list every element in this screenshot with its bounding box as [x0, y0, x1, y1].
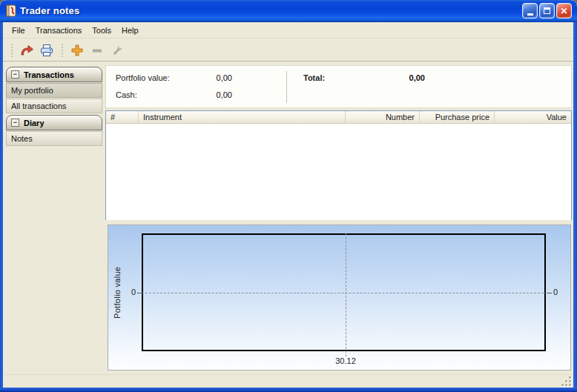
sidebar-item-all-transactions[interactable]: All transactions [6, 99, 102, 113]
maximize-button[interactable] [539, 3, 555, 19]
collapse-icon[interactable]: − [11, 70, 19, 79]
sidebar-item-notes[interactable]: Notes [6, 131, 102, 146]
gray-wrench-icon [110, 43, 125, 58]
portfolio-table: # Instrument Number Purchase price Value [105, 110, 572, 220]
maximize-icon [544, 7, 550, 14]
window-border-right [573, 22, 577, 392]
window-border-bottom [0, 388, 577, 392]
sidebar: − Transactions My portfolio All transact… [6, 65, 102, 146]
orange-plus-icon [70, 43, 85, 58]
column-header-value[interactable]: Value [495, 111, 571, 123]
status-bar [3, 374, 573, 388]
y-axis-tick-right: 0 [553, 288, 558, 296]
minimize-icon [527, 13, 533, 16]
toolbar-gripper[interactable] [61, 44, 63, 57]
app-notebook-icon [5, 4, 18, 18]
y-axis-label: Potfolio value [113, 252, 123, 333]
cash-value: 0,00 [180, 90, 232, 99]
close-button[interactable]: ✕ [556, 3, 572, 19]
sidebar-item-label: Notes [11, 134, 33, 143]
collapse-icon[interactable]: − [11, 119, 19, 127]
printer-icon [39, 43, 54, 58]
red-curved-arrow-icon [19, 43, 34, 58]
sidebar-group-diary[interactable]: − Diary [6, 115, 102, 130]
menu-tools[interactable]: Tools [87, 24, 116, 37]
summary-divider [286, 71, 287, 103]
chart-left-tick [137, 293, 142, 293]
resize-grip[interactable] [561, 376, 571, 386]
total-label: Total: [303, 73, 325, 82]
toolbar-gripper[interactable] [10, 44, 13, 57]
chart-zero-gridline [142, 293, 547, 293]
edit-button[interactable] [108, 41, 126, 59]
menu-file[interactable]: File [7, 24, 30, 37]
portfolio-chart: 0 0 Potfolio value 30.12 [108, 225, 571, 371]
summary-panel: Portfolio value: 0,00 Cash: 0,00 Total: … [105, 65, 572, 108]
remove-button[interactable] [88, 41, 106, 59]
sidebar-item-label: All transactions [11, 102, 67, 110]
window-title: Trader notes [20, 5, 79, 16]
window-border-left [0, 22, 3, 392]
column-header-instrument[interactable]: Instrument [139, 111, 346, 123]
sidebar-item-label: My portfolio [11, 86, 53, 95]
sidebar-item-my-portfolio[interactable]: My portfolio [6, 83, 102, 98]
sidebar-group-label: Diary [24, 119, 44, 127]
table-header-row: # Instrument Number Purchase price Value [106, 111, 571, 124]
export-button[interactable] [18, 41, 36, 59]
title-bar: Trader notes ✕ [0, 0, 577, 22]
y-axis-tick-left: 0 [126, 288, 136, 296]
add-button[interactable] [68, 41, 86, 59]
chart-right-tick [547, 293, 552, 293]
app-window: Trader notes ✕ File Transactions Tools H… [0, 0, 577, 392]
menu-help[interactable]: Help [116, 24, 144, 37]
chart-date-gridline [346, 233, 346, 356]
gray-minus-icon [90, 43, 105, 58]
sidebar-group-label: Transactions [24, 70, 74, 79]
close-icon: ✕ [560, 7, 567, 16]
menu-transactions[interactable]: Transactions [30, 24, 88, 37]
portfolio-value: 0,00 [180, 73, 232, 82]
minimize-button[interactable] [522, 3, 538, 19]
column-header-number-sign[interactable]: # [106, 111, 139, 123]
print-button[interactable] [38, 41, 56, 59]
table-body-empty [106, 124, 571, 220]
cash-label: Cash: [116, 90, 137, 99]
column-header-purchase-price[interactable]: Purchase price [420, 111, 495, 123]
menu-bar: File Transactions Tools Help [3, 22, 573, 39]
x-axis-tick: 30.12 [327, 356, 364, 365]
total-value: 0,00 [358, 73, 425, 82]
sidebar-group-transactions[interactable]: − Transactions [6, 67, 102, 82]
column-header-number[interactable]: Number [346, 111, 420, 123]
portfolio-value-label: Portfolio value: [116, 73, 170, 82]
toolbar [3, 39, 573, 62]
